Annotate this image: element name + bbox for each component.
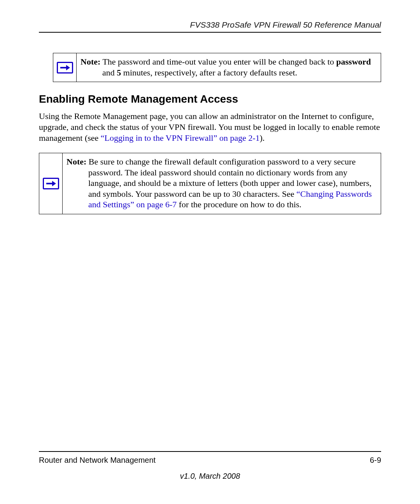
note1-b2: 5 (117, 68, 121, 77)
arrow-right-icon (57, 62, 73, 74)
svg-marker-3 (52, 181, 56, 186)
section-heading: Enabling Remote Management Access (39, 93, 381, 105)
note1-t1: The password and time-out value you ente… (100, 57, 336, 66)
note-text-1: Note: The password and time-out value yo… (77, 53, 381, 82)
footer-rule (39, 451, 381, 452)
footer-version: v1.0, March 2008 (39, 472, 381, 481)
para-b: ). (260, 133, 265, 143)
note-box-2: Note: Be sure to change the firewall def… (39, 153, 381, 214)
note1-t2: and (102, 68, 117, 77)
xref-login[interactable]: “Logging in to the VPN Firewall” on page… (101, 133, 260, 143)
doc-header-title: FVS338 ProSafe VPN Firewall 50 Reference… (39, 20, 381, 30)
note-icon-cell-1 (53, 53, 77, 82)
footer-left: Router and Network Management (39, 456, 156, 465)
arrow-right-icon (43, 178, 59, 189)
note1-b1: password (336, 57, 371, 66)
note-text-2: Note: Be sure to change the firewall def… (63, 153, 381, 214)
body-paragraph: Using the Remote Management page, you ca… (39, 111, 381, 144)
note2-t2: for the procedure on how to do this. (177, 200, 301, 209)
page-footer: Router and Network Management 6-9 v1.0, … (39, 451, 381, 481)
note-label: Note: (80, 57, 100, 66)
note1-t3: minutes, respectively, after a factory d… (121, 68, 297, 77)
note-icon-cell-2 (39, 153, 63, 214)
note-label: Note: (66, 157, 86, 166)
svg-marker-1 (66, 65, 70, 70)
note-box-1: Note: The password and time-out value yo… (53, 53, 381, 82)
footer-page-number: 6-9 (370, 456, 381, 465)
header-rule (39, 32, 381, 33)
